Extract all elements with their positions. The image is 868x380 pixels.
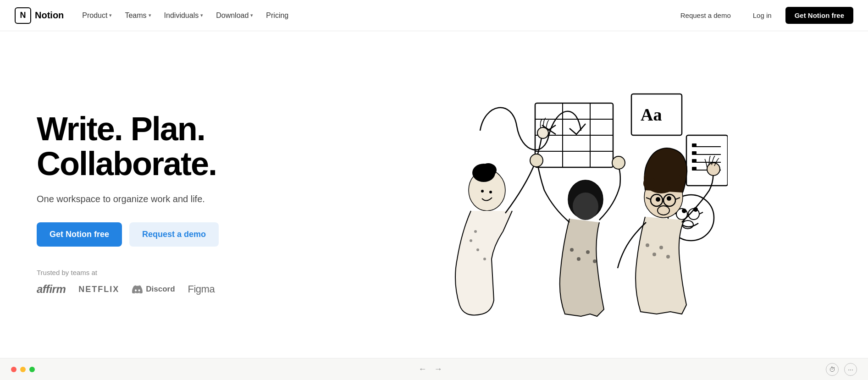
svg-point-40 [570,248,574,252]
svg-point-30 [480,163,497,177]
figma-logo: Figma [188,283,215,295]
notion-logo-icon: N [15,7,31,24]
dot-green [29,367,35,372]
chevron-down-icon: ▾ [250,12,253,18]
hero-illustration: Aa [407,76,728,332]
svg-point-61 [659,246,663,249]
dot-yellow [20,367,26,372]
trusted-label: Trusted by teams at [37,269,303,276]
trusted-section: Trusted by teams at affirm NETFLIX Disco… [37,269,303,296]
svg-point-50 [654,165,673,183]
hero-section: Write. Plan.Collaborate. One workspace t… [0,31,868,358]
notion-logo[interactable]: N Notion [15,7,64,24]
nav-item-product[interactable]: Product ▾ [77,8,117,23]
svg-point-36 [483,258,486,260]
hero-buttons: Get Notion free Request a demo [37,222,303,247]
svg-point-45 [612,156,625,169]
browser-nav-arrows: ← → [419,364,442,374]
request-demo-button[interactable]: Request a demo [672,7,739,24]
login-button[interactable]: Log in [745,7,780,24]
get-notion-free-button-nav[interactable]: Get Notion free [785,7,853,24]
notion-logo-text: Notion [35,10,64,21]
hero-subtext: One workspace to organize work and life. [37,192,229,206]
svg-point-62 [666,255,670,259]
nav-items: Product ▾ Teams ▾ Individuals ▾ Download… [77,8,294,23]
netflix-logo: NETFLIX [78,285,119,294]
trusted-logos: affirm NETFLIX Discord Figma [37,283,303,296]
svg-rect-16 [692,151,697,155]
nav-item-pricing[interactable]: Pricing [260,8,294,23]
svg-point-41 [577,257,581,261]
nav-left: N Notion Product ▾ Teams ▾ Individuals ▾… [15,7,294,24]
nav-right: Request a demo Log in Get Notion free [672,7,853,24]
bottom-right-icons: ⏱ ··· [826,363,857,376]
discord-icon [132,285,143,293]
svg-point-33 [537,127,548,138]
svg-point-34 [470,239,472,242]
svg-point-39 [573,193,598,220]
svg-point-51 [656,197,660,202]
back-button[interactable]: ← [419,364,427,374]
svg-point-31 [481,190,484,193]
svg-point-52 [667,196,671,201]
get-notion-free-button-hero[interactable]: Get Notion free [37,222,122,247]
clock-icon[interactable]: ⏱ [826,363,839,376]
svg-point-59 [646,243,649,247]
svg-point-35 [476,248,479,251]
chevron-down-icon: ▾ [200,12,203,18]
svg-point-37 [474,230,477,233]
bottom-bar: ← → ⏱ ··· [0,358,868,380]
chevron-down-icon: ▾ [149,12,151,18]
request-demo-button-hero[interactable]: Request a demo [129,222,219,247]
hero-headline: Write. Plan.Collaborate. [37,112,303,181]
svg-rect-15 [692,143,697,147]
svg-point-48 [643,177,656,190]
nav-item-individuals[interactable]: Individuals ▾ [159,8,209,23]
svg-point-44 [530,154,543,167]
forward-button[interactable]: → [434,364,442,374]
affirm-logo: affirm [37,283,66,296]
dot-red [11,367,17,372]
svg-point-42 [586,250,590,254]
svg-rect-18 [692,167,697,171]
hero-left: Write. Plan.Collaborate. One workspace t… [37,112,303,296]
svg-point-32 [489,191,492,193]
nav-item-download[interactable]: Download ▾ [210,8,259,23]
more-options-icon[interactable]: ··· [844,363,857,376]
chevron-down-icon: ▾ [109,12,112,18]
navbar: N Notion Product ▾ Teams ▾ Individuals ▾… [0,0,868,31]
svg-text:Aa: Aa [641,105,662,124]
svg-point-43 [593,259,597,263]
svg-point-60 [652,253,656,256]
svg-rect-17 [692,159,697,163]
window-dots [11,367,35,372]
discord-logo: Discord [132,285,175,294]
nav-item-teams[interactable]: Teams ▾ [119,8,156,23]
hero-illustration-area: Aa [303,71,831,337]
